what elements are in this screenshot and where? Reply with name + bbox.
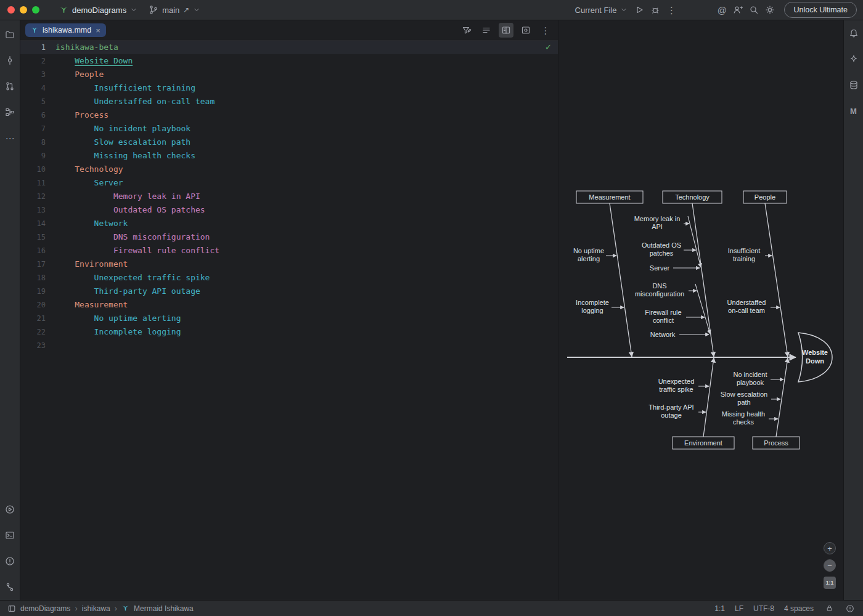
project-name: demoDiagrams — [72, 6, 126, 15]
code-line[interactable]: 23 — [20, 339, 558, 352]
show-preview-only-button[interactable] — [518, 23, 533, 38]
encoding-widget[interactable]: UTF-8 — [753, 604, 774, 613]
notifications-button[interactable] — [846, 25, 862, 41]
code-line[interactable]: 11Server — [20, 176, 558, 190]
code-line[interactable]: 22Incomplete logging — [20, 325, 558, 339]
code-line[interactable]: 9Missing health checks — [20, 149, 558, 163]
caret-position-widget[interactable]: 1:1 — [714, 604, 725, 613]
code-line[interactable]: 13Outdated OS patches — [20, 203, 558, 217]
code-line[interactable]: 12Memory leak in API — [20, 190, 558, 203]
services-tool-button[interactable] — [2, 501, 18, 517]
minimize-window-button[interactable] — [20, 6, 27, 14]
more-run-actions-button[interactable]: ⋮ — [663, 2, 679, 18]
git-tool-button[interactable] — [2, 579, 18, 595]
leaf-label: Firewall ruleconflict — [645, 309, 681, 324]
root-label: Down — [806, 357, 824, 365]
kebab-icon: ⋮ — [667, 6, 676, 15]
settings-button[interactable] — [762, 2, 778, 18]
code-line[interactable]: 7No incident playbook — [20, 122, 558, 136]
zoom-reset-button[interactable]: 1:1 — [824, 577, 836, 589]
run-config-selector[interactable]: Current File — [571, 4, 632, 17]
leaf-label: Insufficienttraining — [728, 247, 760, 262]
pull-requests-tool-button[interactable] — [2, 78, 18, 94]
show-editor-and-preview-button[interactable] — [499, 23, 513, 38]
code-line[interactable]: 3People — [20, 68, 558, 81]
invite-user-button[interactable] — [730, 2, 746, 18]
code-editor: ✓ 1ishikawa-beta 2Website Down 3People 4… — [20, 41, 558, 600]
terminal-icon — [5, 530, 15, 540]
database-tool-button[interactable] — [846, 77, 862, 93]
code-line[interactable]: 1ishikawa-beta — [20, 41, 558, 54]
project-widget[interactable]: demoDiagrams — [55, 4, 141, 17]
breadcrumb-tool[interactable]: Mermaid Ishikawa — [134, 604, 194, 613]
ai-assistant-button[interactable] — [846, 51, 862, 67]
bug-icon — [650, 5, 660, 15]
kebab-icon: ⋮ — [541, 26, 550, 35]
zoom-out-button[interactable]: − — [824, 559, 836, 572]
inspection-ok-icon[interactable]: ✓ — [545, 43, 552, 52]
code-line[interactable]: 2Website Down — [20, 54, 558, 68]
close-icon[interactable]: × — [95, 26, 101, 34]
line-number: 11 — [20, 176, 55, 190]
code-line[interactable]: 17Environment — [20, 257, 558, 271]
zoom-in-button[interactable]: + — [824, 542, 836, 554]
project-tool-button[interactable] — [2, 26, 18, 43]
code-line[interactable]: 8Slow escalation path — [20, 136, 558, 149]
line-separator-widget[interactable]: LF — [735, 604, 743, 613]
code-line[interactable]: 19Third-party API outage — [20, 285, 558, 298]
code-line[interactable]: 16Firewall rule conflict — [20, 244, 558, 257]
window-icon — [7, 604, 16, 613]
code-line[interactable]: 5Understaffed on-call team — [20, 95, 558, 108]
tab-ishikawa-mmd[interactable]: ishikawa.mmd × — [25, 23, 106, 37]
line-number: 7 — [20, 122, 55, 136]
filter-diagram-button[interactable] — [459, 23, 474, 38]
debug-button[interactable] — [647, 2, 663, 18]
editor-options-button[interactable]: ⋮ — [538, 23, 553, 38]
line-number: 17 — [20, 257, 55, 271]
line-number: 3 — [20, 68, 55, 81]
play-icon — [634, 5, 644, 15]
code-line[interactable]: 6Process — [20, 108, 558, 122]
code-line[interactable]: 15DNS misconfiguration — [20, 230, 558, 244]
breadcrumb-project[interactable]: demoDiagrams — [20, 604, 70, 613]
status-widgets: 1:1 LF UTF-8 4 spaces — [714, 603, 856, 614]
code-line[interactable]: 20Measurement — [20, 298, 558, 312]
line-number: 4 — [20, 81, 55, 95]
show-editor-only-button[interactable] — [479, 23, 494, 38]
more-tools-button[interactable]: ⋯ — [2, 130, 18, 146]
ellipsis-icon: ⋯ — [6, 134, 15, 143]
left-tool-strip: ⋯ — [0, 20, 20, 600]
line-number: 6 — [20, 108, 55, 122]
readonly-toggle[interactable] — [824, 603, 835, 614]
terminal-tool-button[interactable] — [2, 527, 18, 543]
leaf-label: Slow escalationpath — [721, 391, 767, 406]
code-line[interactable]: 21No uptime alerting — [20, 312, 558, 325]
close-window-button[interactable] — [7, 6, 15, 14]
unlock-ultimate-button[interactable]: Unlock Ultimate — [784, 2, 857, 18]
code-line[interactable]: 14Network — [20, 217, 558, 230]
code-line[interactable]: 10Technology — [20, 163, 558, 176]
line-number: 12 — [20, 190, 55, 203]
structure-tool-button[interactable] — [2, 104, 18, 120]
mermaid-file-icon — [30, 26, 39, 34]
code-line[interactable]: 18Unexpected traffic spike — [20, 271, 558, 285]
structure-icon — [5, 107, 15, 117]
problems-tool-button[interactable] — [2, 553, 18, 569]
branch-widget[interactable]: main ↗ — [145, 3, 204, 17]
git-branch-icon — [149, 5, 158, 15]
mermaid-tool-button[interactable]: M — [846, 103, 862, 119]
search-everywhere-button[interactable] — [746, 2, 762, 18]
tab-label: ishikawa.mmd — [43, 26, 91, 34]
maximize-window-button[interactable] — [32, 6, 39, 14]
code-with-me-button[interactable]: @ — [714, 2, 730, 18]
commit-tool-button[interactable] — [2, 52, 18, 68]
run-button[interactable] — [631, 2, 647, 18]
mermaid-preview-pane: Website Down Measurement Technology Peop… — [558, 20, 843, 600]
breadcrumb-file[interactable]: ishikawa — [82, 604, 110, 613]
chevron-right-icon: › — [115, 604, 117, 613]
line-number: 8 — [20, 136, 55, 149]
indent-widget[interactable]: 4 spaces — [784, 604, 814, 613]
event-log-button[interactable] — [845, 603, 856, 614]
bone-technology — [692, 203, 714, 357]
code-line[interactable]: 4Insufficient training — [20, 81, 558, 95]
